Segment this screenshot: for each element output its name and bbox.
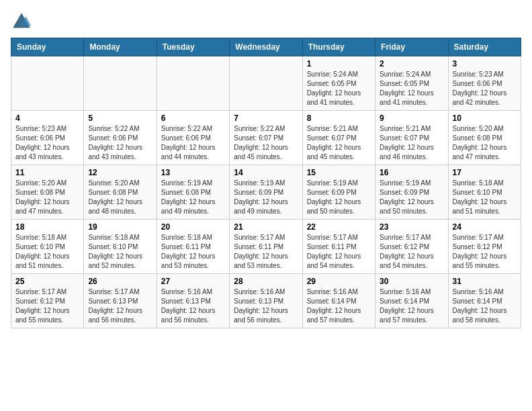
calendar-cell: 25Sunrise: 5:17 AM Sunset: 6:12 PM Dayli…: [11, 274, 84, 328]
calendar-cell: [11, 56, 84, 111]
calendar-cell: 9Sunrise: 5:21 AM Sunset: 6:07 PM Daylig…: [375, 111, 448, 165]
weekday-header-thursday: Thursday: [302, 38, 375, 56]
day-info: Sunrise: 5:24 AM Sunset: 6:05 PM Dayligh…: [380, 70, 443, 107]
day-number: 31: [453, 277, 517, 286]
day-info: Sunrise: 5:20 AM Sunset: 6:08 PM Dayligh…: [15, 179, 79, 216]
day-number: 15: [307, 168, 371, 177]
weekday-header-monday: Monday: [84, 38, 157, 56]
day-number: 2: [380, 59, 443, 68]
calendar-cell: 18Sunrise: 5:18 AM Sunset: 6:10 PM Dayli…: [11, 220, 84, 274]
day-info: Sunrise: 5:23 AM Sunset: 6:06 PM Dayligh…: [453, 70, 517, 107]
calendar-cell: 15Sunrise: 5:19 AM Sunset: 6:09 PM Dayli…: [302, 165, 375, 220]
day-number: 28: [234, 277, 298, 286]
day-number: 13: [161, 168, 225, 177]
day-info: Sunrise: 5:20 AM Sunset: 6:08 PM Dayligh…: [88, 179, 152, 216]
calendar-cell: 5Sunrise: 5:22 AM Sunset: 6:06 PM Daylig…: [84, 111, 157, 165]
day-info: Sunrise: 5:17 AM Sunset: 6:13 PM Dayligh…: [88, 287, 152, 325]
calendar-cell: 3Sunrise: 5:23 AM Sunset: 6:06 PM Daylig…: [448, 56, 521, 111]
day-number: 20: [161, 222, 225, 232]
day-number: 4: [15, 113, 79, 123]
calendar-cell: 22Sunrise: 5:17 AM Sunset: 6:11 PM Dayli…: [302, 220, 375, 274]
calendar-cell: 24Sunrise: 5:17 AM Sunset: 6:12 PM Dayli…: [448, 220, 521, 274]
day-info: Sunrise: 5:17 AM Sunset: 6:12 PM Dayligh…: [380, 233, 443, 271]
calendar-cell: 2Sunrise: 5:24 AM Sunset: 6:05 PM Daylig…: [375, 56, 448, 111]
day-number: 18: [15, 222, 79, 232]
day-info: Sunrise: 5:19 AM Sunset: 6:09 PM Dayligh…: [380, 179, 443, 216]
day-number: 7: [234, 113, 298, 123]
day-info: Sunrise: 5:17 AM Sunset: 6:12 PM Dayligh…: [453, 233, 517, 271]
weekday-header-saturday: Saturday: [448, 38, 521, 56]
calendar-cell: 4Sunrise: 5:23 AM Sunset: 6:06 PM Daylig…: [11, 111, 84, 165]
page-header: [11, 11, 521, 32]
calendar-cell: 16Sunrise: 5:19 AM Sunset: 6:09 PM Dayli…: [375, 165, 448, 220]
day-number: 11: [15, 168, 79, 177]
calendar-cell: 8Sunrise: 5:21 AM Sunset: 6:07 PM Daylig…: [302, 111, 375, 165]
day-number: 8: [307, 113, 371, 123]
day-number: 19: [88, 222, 152, 232]
calendar-week-row: 11Sunrise: 5:20 AM Sunset: 6:08 PM Dayli…: [11, 165, 521, 220]
calendar-table: SundayMondayTuesdayWednesdayThursdayFrid…: [11, 38, 521, 328]
day-number: 23: [380, 222, 443, 232]
day-number: 14: [234, 168, 298, 177]
day-number: 12: [88, 168, 152, 177]
day-info: Sunrise: 5:19 AM Sunset: 6:09 PM Dayligh…: [234, 179, 298, 216]
day-info: Sunrise: 5:19 AM Sunset: 6:09 PM Dayligh…: [307, 179, 371, 216]
calendar-cell: 27Sunrise: 5:16 AM Sunset: 6:13 PM Dayli…: [157, 274, 229, 328]
day-info: Sunrise: 5:16 AM Sunset: 6:14 PM Dayligh…: [380, 287, 443, 325]
day-number: 5: [88, 113, 152, 123]
day-info: Sunrise: 5:16 AM Sunset: 6:13 PM Dayligh…: [161, 287, 225, 325]
day-number: 21: [234, 222, 298, 232]
calendar-cell: 20Sunrise: 5:18 AM Sunset: 6:11 PM Dayli…: [157, 220, 229, 274]
day-number: 9: [380, 113, 443, 123]
day-info: Sunrise: 5:16 AM Sunset: 6:14 PM Dayligh…: [453, 287, 517, 325]
calendar-cell: 10Sunrise: 5:20 AM Sunset: 6:08 PM Dayli…: [448, 111, 521, 165]
calendar-cell: 28Sunrise: 5:16 AM Sunset: 6:13 PM Dayli…: [230, 274, 302, 328]
day-info: Sunrise: 5:17 AM Sunset: 6:11 PM Dayligh…: [234, 233, 298, 271]
calendar-cell: 11Sunrise: 5:20 AM Sunset: 6:08 PM Dayli…: [11, 165, 84, 220]
day-info: Sunrise: 5:23 AM Sunset: 6:06 PM Dayligh…: [15, 124, 79, 162]
day-number: 29: [307, 277, 371, 286]
day-number: 3: [453, 59, 517, 68]
calendar-cell: 1Sunrise: 5:24 AM Sunset: 6:05 PM Daylig…: [302, 56, 375, 111]
weekday-header-sunday: Sunday: [11, 38, 84, 56]
calendar-cell: 26Sunrise: 5:17 AM Sunset: 6:13 PM Dayli…: [84, 274, 157, 328]
day-info: Sunrise: 5:22 AM Sunset: 6:06 PM Dayligh…: [88, 124, 152, 162]
calendar-cell: 7Sunrise: 5:22 AM Sunset: 6:07 PM Daylig…: [230, 111, 302, 165]
calendar-week-row: 1Sunrise: 5:24 AM Sunset: 6:05 PM Daylig…: [11, 56, 521, 111]
calendar-cell: 21Sunrise: 5:17 AM Sunset: 6:11 PM Dayli…: [230, 220, 302, 274]
day-info: Sunrise: 5:17 AM Sunset: 6:11 PM Dayligh…: [307, 233, 371, 271]
day-number: 17: [453, 168, 517, 177]
day-info: Sunrise: 5:17 AM Sunset: 6:12 PM Dayligh…: [15, 287, 79, 325]
calendar-week-row: 25Sunrise: 5:17 AM Sunset: 6:12 PM Dayli…: [11, 274, 521, 328]
calendar-header: SundayMondayTuesdayWednesdayThursdayFrid…: [11, 38, 521, 56]
calendar-cell: 17Sunrise: 5:18 AM Sunset: 6:10 PM Dayli…: [448, 165, 521, 220]
day-number: 22: [307, 222, 371, 232]
day-info: Sunrise: 5:24 AM Sunset: 6:05 PM Dayligh…: [307, 70, 371, 107]
day-info: Sunrise: 5:18 AM Sunset: 6:10 PM Dayligh…: [88, 233, 152, 271]
logo-icon: [11, 11, 32, 32]
calendar-cell: [230, 56, 302, 111]
calendar-cell: 13Sunrise: 5:19 AM Sunset: 6:08 PM Dayli…: [157, 165, 229, 220]
calendar-cell: 6Sunrise: 5:22 AM Sunset: 6:06 PM Daylig…: [157, 111, 229, 165]
day-number: 10: [453, 113, 517, 123]
calendar-body: 1Sunrise: 5:24 AM Sunset: 6:05 PM Daylig…: [11, 56, 521, 328]
calendar-cell: [157, 56, 229, 111]
day-info: Sunrise: 5:19 AM Sunset: 6:08 PM Dayligh…: [161, 179, 225, 216]
day-number: 26: [88, 277, 152, 286]
day-info: Sunrise: 5:18 AM Sunset: 6:10 PM Dayligh…: [453, 179, 517, 216]
day-number: 16: [380, 168, 443, 177]
calendar-cell: 23Sunrise: 5:17 AM Sunset: 6:12 PM Dayli…: [375, 220, 448, 274]
logo: [11, 11, 35, 32]
day-info: Sunrise: 5:21 AM Sunset: 6:07 PM Dayligh…: [307, 124, 371, 162]
day-number: 25: [15, 277, 79, 286]
day-info: Sunrise: 5:16 AM Sunset: 6:13 PM Dayligh…: [234, 287, 298, 325]
day-number: 30: [380, 277, 443, 286]
day-info: Sunrise: 5:18 AM Sunset: 6:10 PM Dayligh…: [15, 233, 79, 271]
weekday-header-wednesday: Wednesday: [230, 38, 302, 56]
weekday-header-tuesday: Tuesday: [157, 38, 229, 56]
calendar-cell: 29Sunrise: 5:16 AM Sunset: 6:14 PM Dayli…: [302, 274, 375, 328]
weekday-header-row: SundayMondayTuesdayWednesdayThursdayFrid…: [11, 38, 521, 56]
day-info: Sunrise: 5:22 AM Sunset: 6:07 PM Dayligh…: [234, 124, 298, 162]
calendar-cell: 19Sunrise: 5:18 AM Sunset: 6:10 PM Dayli…: [84, 220, 157, 274]
weekday-header-friday: Friday: [375, 38, 448, 56]
